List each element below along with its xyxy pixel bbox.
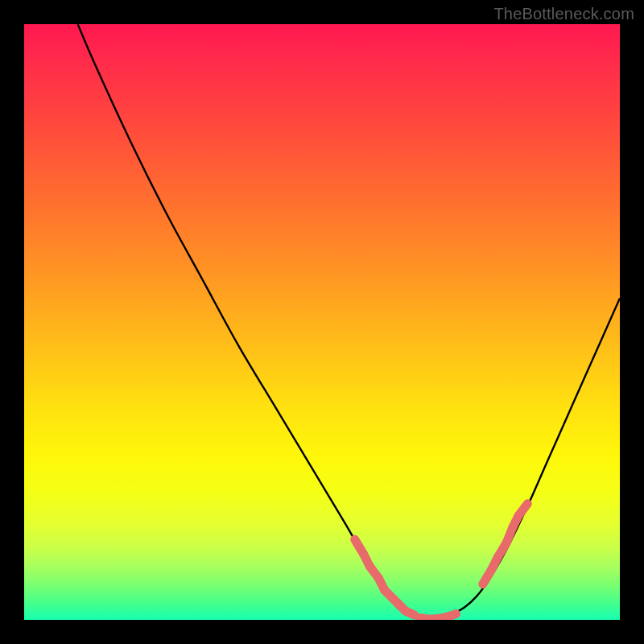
bottleneck-curve [78, 24, 620, 620]
marker-segment [406, 611, 415, 615]
chart-container: TheBottleneck.com [0, 0, 644, 644]
curve-markers [355, 504, 528, 620]
curve-svg [24, 24, 620, 620]
marker-segment [518, 504, 527, 516]
plot-area [24, 24, 620, 620]
watermark-text: TheBottleneck.com [493, 5, 634, 23]
marker-segment [447, 614, 456, 617]
